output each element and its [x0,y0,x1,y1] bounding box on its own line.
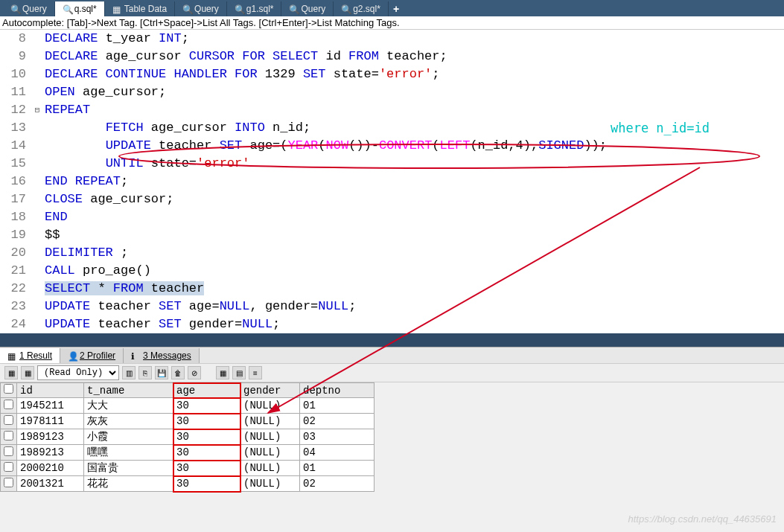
grid-save-button[interactable]: 💾 [155,366,168,379]
view-form-button[interactable]: ▤ [232,366,246,379]
cell-tname[interactable]: 小霞 [84,429,173,445]
select-all-checkbox[interactable] [1,383,17,398]
query-icon: 🔍 [182,4,191,13]
row-checkbox[interactable] [1,476,17,492]
grid-insert-button[interactable]: ▥ [122,366,136,379]
query-icon: 🔍 [289,4,298,13]
sql-icon: 🔍 [63,4,71,13]
cell-id[interactable]: 2001321 [17,476,84,492]
view-grid-button[interactable]: ▦ [216,366,229,379]
row-checkbox[interactable] [1,414,17,429]
cell-age[interactable]: 30 [173,476,240,492]
cell-age[interactable]: 30 [173,461,240,476]
table-row[interactable]: 2000210 国富贵 30 (NULL) 01 [1,461,375,476]
cell-deptno[interactable]: 04 [300,445,375,461]
cell-age[interactable]: 30 [173,414,240,429]
tab-query-3[interactable]: 🔍Query [281,1,334,16]
cell-gender[interactable]: (NULL) [240,445,300,461]
cell-tname[interactable]: 灰灰 [84,414,173,429]
tab-g2-sql[interactable]: 🔍g2.sql* [334,1,389,16]
grid-delete-button[interactable]: 🗑 [171,366,185,379]
cell-id[interactable]: 2000210 [17,461,84,476]
file-tab-bar: 🔍Query 🔍q.sql* ▦Table Data 🔍Query 🔍g1.sq… [0,0,784,16]
table-row[interactable]: 2001321 花花 30 (NULL) 02 [1,476,375,492]
tab-result[interactable]: ▦1 Result [0,348,60,363]
readonly-select[interactable]: (Read Only) [37,365,119,380]
row-checkbox[interactable] [1,429,17,445]
grid-cancel-button[interactable]: ⊘ [188,366,201,379]
cell-gender[interactable]: (NULL) [240,476,300,492]
cell-deptno[interactable]: 01 [300,461,375,476]
line-number-gutter: 89101112131415161718192021222324 [0,30,31,333]
cell-age[interactable]: 30 [173,429,240,445]
cell-deptno[interactable]: 02 [300,414,375,429]
cell-age[interactable]: 30 [173,398,240,414]
col-header-deptno[interactable]: deptno [300,383,375,398]
add-tab-button[interactable]: + [389,1,404,16]
cell-gender[interactable]: (NULL) [240,414,300,429]
result-grid[interactable]: id t_name age gender deptno 1945211 大大 3… [0,382,375,492]
grid-copy-button[interactable]: ⎘ [138,366,152,379]
result-tab-bar: ▦1 Result 👤2 Profiler ℹ3 Messages [0,347,784,363]
query-icon: 🔍 [10,4,19,13]
row-checkbox[interactable] [1,445,17,461]
table-row[interactable]: 1945211 大大 30 (NULL) 01 [1,398,375,414]
cell-tname[interactable]: 嘿嘿 [84,445,173,461]
fold-column: ⊟ [31,30,43,333]
cell-id[interactable]: 1945211 [17,398,84,414]
tab-query-1[interactable]: 🔍Query [3,1,55,16]
cell-deptno[interactable]: 03 [300,429,375,445]
row-checkbox[interactable] [1,398,17,414]
table-icon: ▦ [112,4,121,13]
refresh-button[interactable]: ▦ [21,366,34,379]
cell-tname[interactable]: 大大 [84,398,173,414]
col-header-age[interactable]: age [173,383,240,398]
cell-age[interactable]: 30 [173,445,240,461]
cell-id[interactable]: 1989213 [17,445,84,461]
cell-deptno[interactable]: 01 [300,398,375,414]
annotation-text: where n_id=id [611,119,710,137]
col-header-gender[interactable]: gender [240,383,300,398]
export-button[interactable]: ▦ [4,366,18,379]
row-checkbox[interactable] [1,461,17,476]
cell-deptno[interactable]: 02 [300,476,375,492]
table-row[interactable]: 1989123 小霞 30 (NULL) 03 [1,429,375,445]
pane-separator[interactable] [0,333,784,347]
table-row[interactable]: 1978111 灰灰 30 (NULL) 02 [1,414,375,429]
table-row[interactable]: 1989213 嘿嘿 30 (NULL) 04 [1,445,375,461]
tab-table-data[interactable]: ▦Table Data [105,1,175,16]
cell-tname[interactable]: 花花 [84,476,173,492]
tab-g1-sql[interactable]: 🔍g1.sql* [227,1,282,16]
cell-gender[interactable]: (NULL) [240,461,300,476]
cell-id[interactable]: 1989123 [17,429,84,445]
sql-editor[interactable]: 89101112131415161718192021222324 ⊟ DECLA… [0,30,784,333]
tab-profiler[interactable]: 👤2 Profiler [60,348,124,363]
autocomplete-hint: Autocomplete: [Tab]->Next Tag. [Ctrl+Spa… [0,16,784,30]
col-header-tname[interactable]: t_name [84,383,173,398]
cell-id[interactable]: 1978111 [17,414,84,429]
messages-icon: ℹ [131,351,140,360]
watermark: https://blog.csdn.net/qq_44635691 [628,513,777,525]
result-icon: ▦ [7,351,16,360]
cell-tname[interactable]: 国富贵 [84,461,173,476]
fold-toggle-icon[interactable]: ⊟ [31,101,43,119]
profiler-icon: 👤 [68,351,77,360]
sql-icon: 🔍 [235,4,243,13]
cell-gender[interactable]: (NULL) [240,429,300,445]
cell-gender[interactable]: (NULL) [240,398,300,414]
code-area[interactable]: DECLARE t_year INT; DECLARE age_cursor C… [43,30,784,333]
view-text-button[interactable]: ≡ [249,366,262,379]
sql-icon: 🔍 [341,4,350,13]
tab-q-sql[interactable]: 🔍q.sql* [55,1,105,16]
col-header-id[interactable]: id [17,383,84,398]
tab-query-2[interactable]: 🔍Query [175,1,227,16]
result-toolbar: ▦ ▦ (Read Only) ▥ ⎘ 💾 🗑 ⊘ ▦ ▤ ≡ [0,363,784,382]
tab-messages[interactable]: ℹ3 Messages [124,348,200,363]
